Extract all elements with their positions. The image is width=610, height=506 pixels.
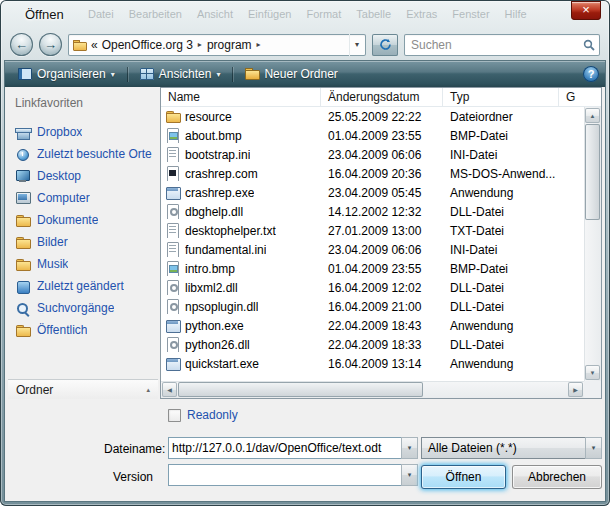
horizontal-scrollbar-thumb[interactable] — [178, 382, 423, 397]
version-combobox[interactable]: ▾ — [168, 464, 418, 486]
file-row-desktophelper.txt[interactable]: desktophelper.txt 27.01.2009 13:00 TXT-D… — [161, 221, 584, 240]
breadcrumb-dropdown-button[interactable]: ▾ — [349, 34, 364, 56]
column-header-date[interactable]: Änderungsdatum — [321, 88, 443, 106]
new-folder-button[interactable]: Neuer Ordner — [238, 64, 344, 84]
sidebar-item-desktop[interactable]: Desktop — [8, 165, 158, 187]
scroll-up-button[interactable]: ▲ — [585, 108, 600, 123]
column-header-size[interactable]: G — [559, 88, 601, 106]
sidebar-item-icon — [15, 279, 32, 294]
sidebar-item-pictures[interactable]: Bilder — [8, 231, 158, 253]
file-date: 16.04.2009 20:36 — [321, 167, 443, 181]
horizontal-scrollbar[interactable]: ◀ ▶ — [161, 381, 584, 398]
window-title: Öffnen — [25, 7, 64, 22]
breadcrumb-item-openoffice[interactable]: OpenOffice.org 3 — [102, 38, 193, 52]
file-row-bootstrap.ini[interactable]: bootstrap.ini 23.04.2009 06:06 INI-Datei — [161, 145, 584, 164]
file-name-cell: intro.bmp — [161, 261, 321, 276]
refresh-button[interactable] — [372, 34, 398, 56]
breadcrumb-overflow-chevron[interactable]: « — [91, 38, 98, 52]
file-date: 27.01.2009 13:00 — [321, 224, 443, 238]
file-name: about.bmp — [185, 129, 242, 143]
folders-expander[interactable]: Ordner ▴ — [8, 379, 158, 399]
filename-input[interactable] — [168, 441, 401, 455]
organize-button[interactable]: Organisieren ▾ — [11, 64, 122, 84]
column-header-type[interactable]: Typ — [443, 88, 559, 106]
back-button[interactable]: ← — [10, 33, 33, 56]
file-row-crashrep.com[interactable]: crashrep.com 16.04.2009 20:36 MS-DOS-Anw… — [161, 164, 584, 183]
scroll-right-button[interactable]: ▶ — [568, 382, 583, 397]
sidebar-item-music[interactable]: Musik — [8, 253, 158, 275]
ghost-menu-item: Hilfe — [505, 8, 527, 20]
version-dropdown-button[interactable]: ▾ — [401, 464, 418, 486]
file-type-icon — [165, 299, 181, 314]
sidebar-item-recent-places[interactable]: Zuletzt besuchte Orte — [8, 143, 158, 165]
file-row-libxml2.dll[interactable]: libxml2.dll 16.04.2009 12:02 DLL-Datei — [161, 278, 584, 297]
file-row-crashrep.exe[interactable]: crashrep.exe 23.04.2009 05:45 Anwendung — [161, 183, 584, 202]
file-type: INI-Datei — [443, 148, 559, 162]
sidebar-item-label: Zuletzt geändert — [37, 279, 124, 293]
filename-combobox[interactable]: ▾ — [168, 437, 418, 459]
file-name: fundamental.ini — [185, 243, 266, 257]
views-button[interactable]: Ansichten ▾ — [133, 64, 228, 84]
filename-dropdown-button[interactable]: ▾ — [401, 437, 418, 459]
help-button[interactable]: ? — [583, 66, 599, 82]
breadcrumb-item-program[interactable]: program — [207, 38, 252, 52]
file-name: npsoplugin.dll — [185, 300, 258, 314]
file-name-cell: quickstart.exe — [161, 356, 321, 371]
file-row-fundamental.ini[interactable]: fundamental.ini 23.04.2009 06:06 INI-Dat… — [161, 240, 584, 259]
file-name: quickstart.exe — [185, 357, 259, 371]
file-type: DLL-Datei — [443, 281, 559, 295]
file-name-cell: python26.dll — [161, 337, 321, 352]
scroll-left-button[interactable]: ◀ — [162, 382, 177, 397]
sidebar-item-label: Zuletzt besuchte Orte — [37, 147, 152, 161]
sidebar-item-dropbox[interactable]: Dropbox — [8, 121, 158, 143]
column-header-name[interactable]: Name — [161, 88, 321, 106]
file-name: bootstrap.ini — [185, 148, 250, 162]
sidebar-item-label: Musik — [37, 257, 68, 271]
scroll-down-button[interactable]: ▼ — [585, 365, 600, 380]
file-name: libxml2.dll — [185, 281, 238, 295]
file-row-dbghelp.dll[interactable]: dbghelp.dll 14.12.2002 12:32 DLL-Datei — [161, 202, 584, 221]
file-type: Anwendung — [443, 357, 559, 371]
folder-icon — [73, 39, 87, 51]
file-row-python26.dll[interactable]: python26.dll 22.04.2009 18:33 DLL-Datei — [161, 335, 584, 354]
file-row-python.exe[interactable]: python.exe 22.04.2009 18:43 Anwendung — [161, 316, 584, 335]
open-dialog: DateiBearbeitenAnsichtEinfügenFormatTabe… — [0, 0, 610, 506]
ghost-menu-item: Bearbeiten — [129, 8, 182, 20]
vertical-scrollbar-thumb[interactable] — [585, 124, 600, 220]
file-type-icon — [165, 280, 181, 295]
file-row-quickstart.exe[interactable]: quickstart.exe 16.04.2009 13:14 Anwendun… — [161, 354, 584, 373]
file-date: 23.04.2009 05:45 — [321, 186, 443, 200]
readonly-label[interactable]: Readonly — [187, 408, 238, 422]
search-icon[interactable] — [583, 39, 595, 51]
dialog-client-area: Organisieren ▾ Ansichten ▾ Neuer Ordner … — [5, 61, 605, 501]
toolbar-separator — [127, 67, 128, 82]
file-name-cell: desktophelper.txt — [161, 223, 321, 238]
readonly-checkbox[interactable] — [168, 409, 181, 422]
sidebar-item-searches[interactable]: Suchvorgänge — [8, 297, 158, 319]
ghost-menu-item: Datei — [88, 8, 114, 20]
vertical-scrollbar[interactable]: ▲ ▼ — [584, 107, 601, 381]
file-row-resource[interactable]: resource 25.05.2009 22:22 Dateiordner — [161, 107, 584, 126]
forward-button[interactable]: → — [39, 33, 62, 56]
file-row-about.bmp[interactable]: about.bmp 01.04.2009 23:55 BMP-Datei — [161, 126, 584, 145]
file-name-cell: python.exe — [161, 318, 321, 333]
folders-expander-label: Ordner — [16, 383, 53, 397]
cancel-button[interactable]: Abbrechen — [512, 465, 602, 489]
file-row-npsoplugin.dll[interactable]: npsoplugin.dll 16.04.2009 21:00 DLL-Date… — [161, 297, 584, 316]
file-row-intro.bmp[interactable]: intro.bmp 01.04.2009 23:55 BMP-Datei — [161, 259, 584, 278]
open-button[interactable]: Öffnen — [421, 465, 506, 489]
sidebar-item-computer[interactable]: Computer — [8, 187, 158, 209]
sidebar-item-icon — [15, 257, 32, 272]
sidebar-item-label: Desktop — [37, 169, 81, 183]
sidebar-item-recent-changes[interactable]: Zuletzt geändert — [8, 275, 158, 297]
close-button[interactable]: × — [571, 1, 601, 20]
file-name: crashrep.com — [185, 167, 258, 181]
search-input[interactable] — [409, 37, 583, 53]
file-date: 01.04.2009 23:55 — [321, 129, 443, 143]
file-name-cell: crashrep.exe — [161, 185, 321, 200]
filetype-dropdown-button[interactable]: ▾ — [585, 437, 602, 459]
sidebar-item-documents[interactable]: Dokumente — [8, 209, 158, 231]
filetype-combobox[interactable]: Alle Dateien (*.*) ▾ — [421, 437, 602, 459]
version-label: Version — [113, 470, 153, 484]
sidebar-item-public[interactable]: Öffentlich — [8, 319, 158, 341]
